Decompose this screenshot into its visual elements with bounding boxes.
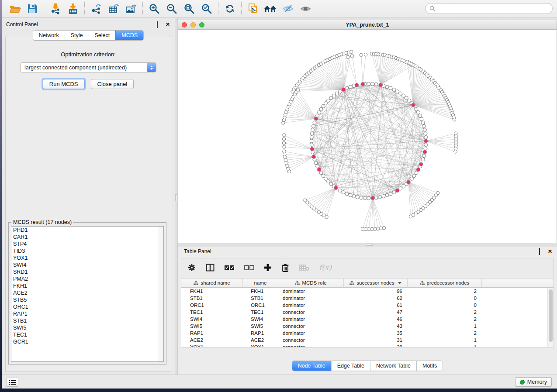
graph-node[interactable] <box>324 102 328 105</box>
graph-node[interactable] <box>319 107 323 111</box>
table-cell-shared_name[interactable]: STB1 <box>181 295 243 302</box>
graph-node[interactable] <box>322 104 325 108</box>
graph-node[interactable] <box>408 99 411 102</box>
list-item[interactable]: TEC1 <box>11 331 163 338</box>
graph-node[interactable] <box>389 86 392 90</box>
graph-node[interactable] <box>342 88 346 92</box>
graph-node[interactable] <box>410 177 413 180</box>
graph-node[interactable] <box>356 195 359 199</box>
graph-node[interactable] <box>364 227 367 231</box>
list-item[interactable]: FKH1 <box>11 282 163 289</box>
graph-node[interactable] <box>454 141 458 144</box>
graph-node[interactable] <box>349 193 352 197</box>
graph-node[interactable] <box>424 139 428 143</box>
first-neighbors-button[interactable] <box>262 1 279 16</box>
graph-node[interactable] <box>310 132 314 135</box>
table-cell-successor_nodes[interactable]: 46 <box>344 316 408 323</box>
graph-node[interactable] <box>283 150 286 153</box>
network-canvas[interactable] <box>178 30 557 244</box>
table-cell-predecessor_nodes[interactable]: 1 <box>408 344 482 347</box>
memory-button[interactable]: Memory <box>515 377 552 387</box>
graph-node[interactable] <box>382 195 385 198</box>
graph-node[interactable] <box>342 190 345 194</box>
graph-node[interactable] <box>419 162 423 166</box>
graph-node[interactable] <box>454 144 458 148</box>
graph-node[interactable] <box>332 94 336 97</box>
graph-node[interactable] <box>412 103 415 107</box>
graph-node[interactable] <box>396 90 399 93</box>
table-cell-mcds_role[interactable]: dominator <box>278 288 344 295</box>
graph-node[interactable] <box>421 121 425 124</box>
export-image-button[interactable] <box>122 1 140 16</box>
table-cell-mcds_role[interactable]: dominator <box>278 330 344 337</box>
table-cell-successor_nodes[interactable]: 31 <box>344 337 408 344</box>
graph-node[interactable] <box>405 96 408 100</box>
save-session-button[interactable] <box>24 1 41 16</box>
graph-node[interactable] <box>407 180 411 184</box>
tab-style[interactable]: Style <box>65 31 89 40</box>
export-table-button[interactable] <box>105 1 122 16</box>
table-cell-name[interactable]: RAP1 <box>243 330 278 337</box>
table-row[interactable]: RAP1RAP1dominator352 <box>181 330 547 337</box>
duplicate-network-button[interactable] <box>244 1 262 16</box>
graph-node[interactable] <box>282 141 286 145</box>
graph-node[interactable] <box>350 55 354 58</box>
graph-node[interactable] <box>424 132 427 135</box>
table-cell-name[interactable]: TEC1 <box>243 309 278 316</box>
graph-node[interactable] <box>374 83 378 86</box>
graph-node[interactable] <box>339 90 342 93</box>
splitter-handle[interactable] <box>366 244 373 246</box>
graph-node[interactable] <box>313 121 316 124</box>
graph-node[interactable] <box>424 143 428 147</box>
hide-selected-button[interactable] <box>279 1 297 16</box>
table-cell-shared_name[interactable]: ORC1 <box>181 302 243 309</box>
table-cell-predecessor_nodes[interactable]: 0 <box>408 302 482 309</box>
tab-network-table[interactable]: Network Table <box>370 361 416 371</box>
zoom-selected-button[interactable] <box>198 1 215 16</box>
function-builder-button[interactable]: f(x) <box>319 263 332 272</box>
graph-node[interactable] <box>329 96 333 100</box>
graph-node[interactable] <box>416 168 420 172</box>
graph-node[interactable] <box>360 196 363 199</box>
graph-node[interactable] <box>378 195 382 199</box>
list-item[interactable]: ACE2 <box>11 289 163 296</box>
list-item[interactable]: ORC1 <box>11 303 163 310</box>
graph-node[interactable] <box>364 53 367 56</box>
table-cell-successor_nodes[interactable]: 35 <box>344 330 408 337</box>
graph-node[interactable] <box>346 55 349 59</box>
graph-node[interactable] <box>282 138 286 141</box>
table-scrollbar[interactable] <box>547 288 554 347</box>
table-settings-button[interactable] <box>187 263 196 272</box>
open-file-button[interactable] <box>6 1 24 16</box>
graph-node[interactable] <box>314 161 318 165</box>
graph-node[interactable] <box>350 50 353 54</box>
import-network-button[interactable] <box>47 1 64 16</box>
table-cell-shared_name[interactable]: FKH1 <box>181 288 243 295</box>
graph-node[interactable] <box>310 139 313 143</box>
graph-node[interactable] <box>361 227 364 231</box>
table-cell-successor_nodes[interactable]: 62 <box>344 295 408 302</box>
graph-node[interactable] <box>376 227 380 230</box>
graph-node[interactable] <box>352 195 356 198</box>
list-item[interactable]: SRD1 <box>11 268 163 275</box>
graph-node[interactable] <box>453 118 456 121</box>
column-header-name[interactable]: name <box>243 279 278 287</box>
table-cell-shared_name[interactable]: ACE2 <box>181 337 243 344</box>
table-row[interactable]: FKH1FKH1dominator962 <box>181 288 547 295</box>
table-cell-predecessor_nodes[interactable]: 2 <box>408 330 482 337</box>
list-item[interactable]: STB5 <box>11 296 163 303</box>
tab-network[interactable]: Network <box>33 31 65 40</box>
graph-node[interactable] <box>392 88 396 92</box>
list-item[interactable]: GCR1 <box>11 338 163 345</box>
table-cell-name[interactable]: ORC1 <box>243 302 278 309</box>
list-item[interactable]: TID3 <box>11 248 163 254</box>
optimization-criterion-select[interactable]: largest connected component (undirected) <box>20 62 156 72</box>
list-item[interactable]: CAR1 <box>11 234 163 241</box>
search-input[interactable] <box>436 6 548 12</box>
export-network-button[interactable] <box>87 1 105 16</box>
graph-node[interactable] <box>312 155 316 159</box>
close-panel-button[interactable]: Close panel <box>91 79 134 89</box>
show-all-button[interactable] <box>297 1 314 16</box>
tab-edge-table[interactable]: Edge Table <box>331 361 370 371</box>
zoom-fit-button[interactable] <box>180 1 198 16</box>
